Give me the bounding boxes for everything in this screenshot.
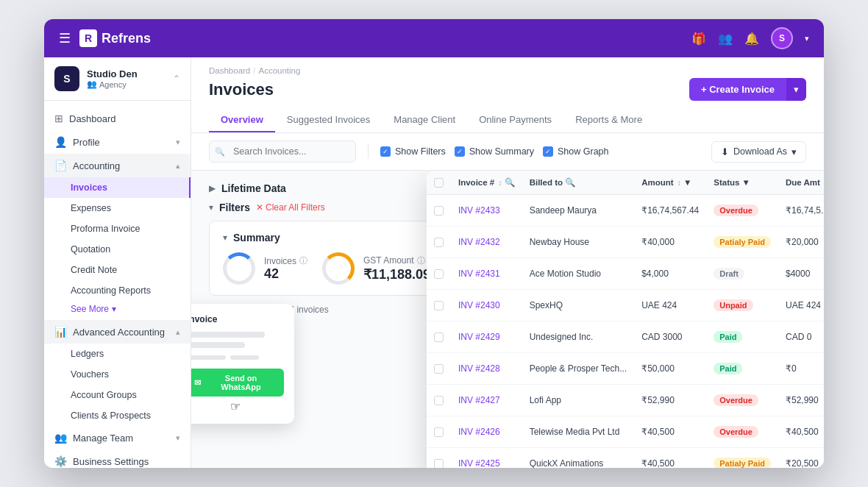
billed-to-cell: Sandeep Maurya <box>522 195 635 227</box>
team-icon[interactable]: 👥 <box>718 32 733 46</box>
sidebar-subitem-ledgers[interactable]: Ledgers <box>44 344 191 364</box>
profile-chevron-icon: ▾ <box>176 138 180 147</box>
sidebar-item-label: Accounting <box>73 160 170 171</box>
hamburger-icon[interactable]: ☰ <box>59 30 71 46</box>
workspace-type: 👥 Agency <box>87 79 166 89</box>
download-button[interactable]: ⬇ Download As ▾ <box>711 141 806 163</box>
tab-reports-more[interactable]: Reports & More <box>563 108 654 132</box>
sidebar-item-advanced-accounting[interactable]: 📊 Advanced Accounting ▴ <box>44 320 191 344</box>
invoices-donut-chart <box>223 252 255 285</box>
avatar-chevron-icon[interactable]: ▾ <box>805 34 809 43</box>
sidebar-subitem-vouchers[interactable]: Vouchers <box>44 364 191 385</box>
sidebar-item-label: Profile <box>73 137 170 148</box>
show-summary-toggle[interactable]: ✓ Show Summary <box>455 146 534 157</box>
logo[interactable]: R Refrens <box>79 29 151 47</box>
table-wrap[interactable]: Invoice # ↕ 🔍 Billed to 🔍 Amount ↕ ▼ Sta… <box>427 171 824 468</box>
status-badge: Paid <box>714 331 742 343</box>
gift-icon[interactable]: 🎁 <box>691 32 706 46</box>
select-all-header[interactable] <box>427 171 451 195</box>
bell-icon[interactable]: 🔔 <box>744 32 759 46</box>
show-filters-checkbox[interactable]: ✓ <box>380 146 391 157</box>
row-checkbox[interactable] <box>434 396 444 405</box>
row-checkbox-cell[interactable] <box>427 227 451 258</box>
billed-to-cell: Newbay House <box>522 227 635 258</box>
sidebar-item-dashboard[interactable]: ⊞ Dashboard <box>44 107 191 130</box>
breadcrumb-accounting[interactable]: Accounting <box>258 66 300 75</box>
status-badge: Overdue <box>714 394 758 406</box>
tab-online-payments[interactable]: Online Payments <box>467 108 563 132</box>
row-checkbox[interactable] <box>434 301 444 310</box>
row-checkbox-cell[interactable] <box>427 258 451 290</box>
filters-chevron-icon: ▾ <box>209 202 213 213</box>
tab-overview[interactable]: Overview <box>209 108 275 132</box>
col-amount: Amount ↕ ▼ <box>634 171 706 195</box>
sidebar-item-manage-team[interactable]: 👥 Manage Team ▾ <box>44 426 191 449</box>
clear-filters-button[interactable]: ✕ Clear All Filters <box>256 202 325 213</box>
sidebar-item-profile[interactable]: 👤 Profile ▾ <box>44 130 191 154</box>
row-checkbox-cell[interactable] <box>427 448 451 469</box>
show-graph-label: Show Graph <box>558 146 608 157</box>
row-checkbox[interactable] <box>434 459 444 469</box>
download-chevron-icon: ▾ <box>791 146 797 157</box>
billed-to-cell: Undesigned Inc. <box>522 321 635 353</box>
search-col-icon: 🔍 <box>505 178 515 187</box>
row-checkbox-cell[interactable] <box>427 353 451 385</box>
logo-icon: R <box>79 29 97 47</box>
search-input[interactable] <box>209 141 356 163</box>
workspace-chevron-icon: ⌃ <box>173 74 180 84</box>
row-checkbox[interactable] <box>434 238 444 247</box>
due-amount-cell: ₹0 <box>778 353 824 385</box>
sidebar-subitem-clients-prospects[interactable]: Clients & Prospects <box>44 405 191 426</box>
status-cell: Patialy Paid <box>706 448 778 469</box>
row-checkbox-cell[interactable] <box>427 416 451 448</box>
show-graph-checkbox[interactable]: ✓ <box>543 146 553 157</box>
card-line-1 <box>191 332 265 338</box>
status-cell: Paid <box>706 353 778 385</box>
row-checkbox[interactable] <box>434 269 444 279</box>
amount-cell: ₹40,000 <box>634 227 706 258</box>
sidebar-subitem-quotation[interactable]: Quotation <box>44 239 191 260</box>
sidebar-subitem-invoices[interactable]: Invoices <box>44 177 191 198</box>
row-checkbox[interactable] <box>434 206 444 216</box>
table-row: INV #2425 QuickX Animations ₹40,500 Pati… <box>427 448 824 469</box>
create-invoice-button[interactable]: + Create Invoice <box>689 78 786 101</box>
sidebar-item-accounting[interactable]: 📄 Accounting ▴ <box>44 154 191 177</box>
see-more-button[interactable]: See More ▾ <box>44 301 191 320</box>
show-graph-toggle[interactable]: ✓ Show Graph <box>543 146 608 157</box>
gst-info-icon: ⓘ <box>417 255 425 266</box>
row-checkbox-cell[interactable] <box>427 290 451 321</box>
gst-card-info: GST Amount ⓘ ₹11,188.09 <box>363 255 430 282</box>
sidebar-subitem-accounting-reports[interactable]: Accounting Reports <box>44 280 191 301</box>
tab-manage-client[interactable]: Manage Client <box>382 108 467 132</box>
search-col-icon: 🔍 <box>565 178 575 187</box>
row-checkbox-cell[interactable] <box>427 195 451 227</box>
whatsapp-button[interactable]: ✉ Send on WhatsApp <box>191 369 284 397</box>
sidebar-subitem-credit-note[interactable]: Credit Note <box>44 260 191 280</box>
row-checkbox[interactable] <box>434 427 444 437</box>
row-checkbox-cell[interactable] <box>427 321 451 353</box>
status-badge: Paid <box>714 363 742 374</box>
avatar[interactable]: S <box>771 27 793 49</box>
status-badge: Draft <box>714 268 744 280</box>
sidebar-subitem-proforma[interactable]: Proforma Invoice <box>44 218 191 239</box>
tab-suggested-invoices[interactable]: Suggested Invoices <box>275 108 382 132</box>
show-summary-checkbox[interactable]: ✓ <box>455 146 465 157</box>
filter-bar: ✓ Show Filters ✓ Show Summary ✓ Show Gra… <box>191 133 824 171</box>
sidebar-item-business-settings[interactable]: ⚙️ Business Settings <box>44 449 191 468</box>
row-checkbox-cell[interactable] <box>427 385 451 416</box>
row-checkbox[interactable] <box>434 364 444 374</box>
workspace-header[interactable]: S Studio Den 👥 Agency ⌃ <box>44 57 191 101</box>
show-filters-toggle[interactable]: ✓ Show Filters <box>380 146 446 157</box>
col-invoice-num: Invoice # ↕ 🔍 <box>451 171 522 195</box>
row-checkbox[interactable] <box>434 333 444 342</box>
breadcrumb-dashboard[interactable]: Dashboard <box>209 66 250 75</box>
topbar: ☰ R Refrens 🎁 👥 🔔 S ▾ <box>44 19 824 57</box>
info-icon: ⓘ <box>299 255 307 266</box>
create-invoice-dropdown-button[interactable]: ▾ <box>786 78 806 101</box>
invoice-num-cell: INV #2431 <box>451 258 522 290</box>
select-all-checkbox[interactable] <box>434 178 444 188</box>
invoice-table: Invoice # ↕ 🔍 Billed to 🔍 Amount ↕ ▼ Sta… <box>427 171 824 468</box>
sidebar-subitem-expenses[interactable]: Expenses <box>44 198 191 218</box>
sidebar-subitem-account-groups[interactable]: Account Groups <box>44 385 191 405</box>
filter-col-icon: ▼ <box>683 178 691 187</box>
